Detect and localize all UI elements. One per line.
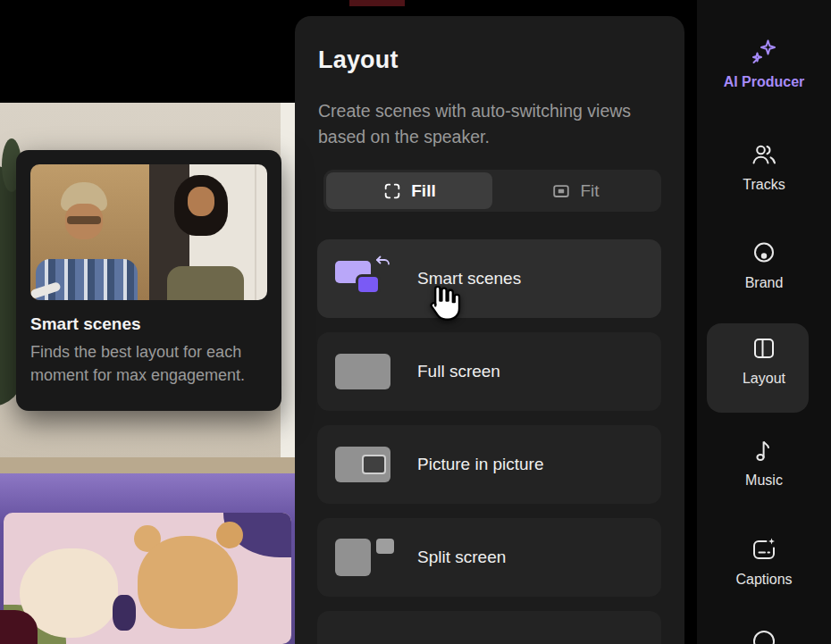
option-label: Picture in picture xyxy=(417,455,544,474)
sidebar-item-brand[interactable]: Brand xyxy=(697,238,831,291)
layout-option-partial[interactable] xyxy=(317,611,661,644)
sidebar-item-music[interactable]: Music xyxy=(697,436,831,489)
background-door xyxy=(255,164,256,300)
sidebar-item-layout[interactable]: Layout xyxy=(697,334,831,387)
timeline-clip-sliver xyxy=(349,0,405,6)
fit-icon xyxy=(551,181,571,201)
sidebar-item-ai-producer[interactable]: AI Producer xyxy=(697,38,831,90)
app-window: Smart scenes Finds the best layout for e… xyxy=(0,0,831,644)
layout-icon xyxy=(750,334,778,363)
sidebar-item-tracks[interactable]: Tracks xyxy=(697,140,831,193)
sidebar-item-label: Layout xyxy=(743,371,785,387)
option-label: Split screen xyxy=(417,548,506,567)
smart-scenes-tooltip: Smart scenes Finds the best layout for e… xyxy=(16,150,281,411)
panel-description: Create scenes with auto-switching views … xyxy=(318,98,636,151)
sidebar-item-label: Tracks xyxy=(743,177,785,193)
fill-toggle-button[interactable]: Fill xyxy=(326,172,492,209)
sparkles-icon xyxy=(750,38,778,66)
sidebar-item-label: Brand xyxy=(745,275,784,291)
fit-toggle-label: Fit xyxy=(580,181,599,201)
full-screen-icon xyxy=(335,350,392,393)
smart-scenes-preview-image xyxy=(30,164,267,300)
fill-toggle-label: Fill xyxy=(411,181,435,201)
illustration-shape xyxy=(113,595,136,631)
auto-switch-arrow-icon xyxy=(375,255,390,269)
captions-icon xyxy=(750,535,778,564)
right-sidebar: AI Producer Tracks Brand Layout xyxy=(697,0,831,644)
smart-scenes-icon xyxy=(335,257,392,300)
people-icon xyxy=(750,140,778,169)
sidebar-item-label: AI Producer xyxy=(724,74,805,90)
layout-option-picture-in-picture[interactable]: Picture in picture xyxy=(317,425,661,504)
split-screen-icon xyxy=(335,536,392,579)
circle-icon xyxy=(751,628,777,644)
panel-title: Layout xyxy=(318,46,399,74)
sidebar-item-label: Music xyxy=(745,473,783,489)
illustration-panel xyxy=(4,513,291,644)
illustration-shape xyxy=(138,536,238,629)
speaker-face xyxy=(188,187,214,216)
layout-panel: Layout Create scenes with auto-switching… xyxy=(295,16,684,644)
tooltip-description: Finds the best layout for each moment fo… xyxy=(30,340,261,387)
layout-option-partial-icon xyxy=(335,629,392,644)
fill-icon xyxy=(382,181,402,201)
speaker-glasses xyxy=(67,216,101,224)
desk-decor xyxy=(0,457,295,473)
video-preview-illustration xyxy=(0,473,295,644)
hand-cursor xyxy=(424,282,465,330)
speaker-left-thumbnail xyxy=(30,164,149,300)
layout-option-split-screen[interactable]: Split screen xyxy=(317,518,661,597)
sidebar-item-captions[interactable]: Captions xyxy=(697,535,831,588)
illustration-shape xyxy=(216,522,243,548)
layout-option-full-screen[interactable]: Full screen xyxy=(317,332,661,411)
sidebar-item-partial[interactable] xyxy=(697,628,831,644)
picture-in-picture-icon xyxy=(335,443,392,486)
music-note-icon xyxy=(750,436,778,464)
sidebar-item-label: Captions xyxy=(735,572,792,588)
layout-option-smart-scenes[interactable]: Smart scenes xyxy=(317,239,661,318)
speaker-body xyxy=(167,266,244,300)
brand-icon xyxy=(750,238,778,267)
speaker-right-thumbnail xyxy=(149,164,268,300)
speaker-body xyxy=(36,259,138,300)
fill-fit-toggle: Fill Fit xyxy=(323,170,661,212)
tooltip-title: Smart scenes xyxy=(30,314,267,334)
option-label: Full screen xyxy=(417,362,500,381)
fit-toggle-button[interactable]: Fit xyxy=(492,172,659,209)
wall-decor xyxy=(281,103,295,473)
